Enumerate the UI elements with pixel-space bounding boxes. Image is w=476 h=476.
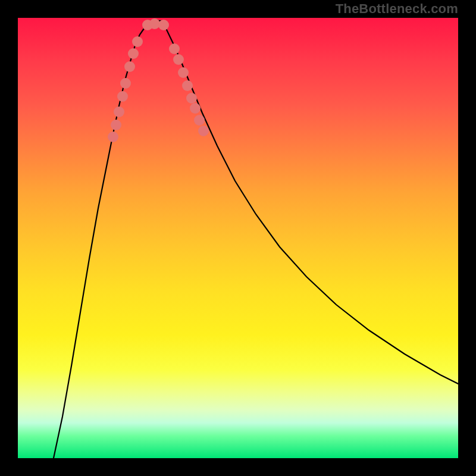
marker-point (132, 36, 143, 47)
marker-point (194, 115, 205, 126)
curve-right-curve (161, 21, 458, 384)
plot-area (18, 18, 458, 458)
marker-point (108, 131, 118, 142)
marker-point (128, 48, 139, 59)
curve-left-curve (54, 21, 152, 458)
chart-overlay (18, 18, 458, 458)
marker-point (186, 93, 197, 104)
marker-point (124, 61, 135, 72)
marker-point (120, 78, 131, 89)
marker-point (182, 80, 193, 91)
marker-point (169, 43, 180, 54)
marker-point (173, 54, 184, 65)
marker-point (198, 126, 209, 136)
marker-point (158, 20, 169, 30)
chart-container: TheBottleneck.com (0, 0, 476, 476)
marker-point (178, 67, 189, 78)
marker-point (111, 120, 121, 130)
marker-point (117, 91, 128, 102)
marker-point (190, 103, 201, 114)
data-markers (108, 18, 209, 142)
marker-point (114, 107, 124, 117)
curve-lines (54, 21, 458, 458)
watermark-text: TheBottleneck.com (336, 1, 458, 17)
